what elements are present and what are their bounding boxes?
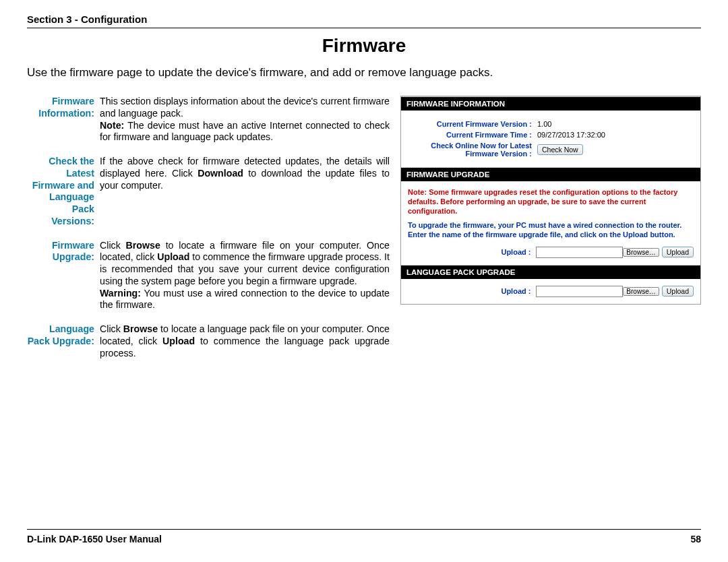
section-header: Section 3 - Configuration <box>27 13 701 28</box>
page-title: Firmware <box>27 35 701 57</box>
firmware-upgrade-body: Note: Some firmware upgrades reset the c… <box>401 181 700 265</box>
bold: Upload <box>157 251 189 262</box>
top-rule <box>27 28 701 28</box>
check-online-label: Check Online Now for Latest Firmware Ver… <box>408 142 535 158</box>
firmware-upgrade-warning: Note: Some firmware upgrades reset the c… <box>408 188 694 216</box>
upload-language-pack-button[interactable]: Upload <box>662 286 694 296</box>
bottom-rule <box>27 529 701 530</box>
def-label: Language Pack Upgrade: <box>27 323 100 359</box>
check-now-button[interactable]: Check Now <box>537 144 583 155</box>
upload-label: Upload : <box>408 287 533 295</box>
def-body: Click Browse to locate a firmware file o… <box>100 240 390 312</box>
section-head-firmware-info: FIRMWARE INFORMATION <box>401 96 700 111</box>
footer-manual-title: D-Link DAP-1650 User Manual <box>27 534 162 544</box>
text: Click <box>100 240 126 251</box>
section-head-firmware-upgrade: FIRMWARE UPGRADE <box>401 167 700 181</box>
intro-text: Use the firmware page to update the devi… <box>27 66 701 80</box>
current-firmware-time-value: 09/27/2013 17:32:00 <box>535 131 605 139</box>
router-admin-panel: FIRMWARE INFORMATION Current Firmware Ve… <box>400 96 701 305</box>
def-body: This section displays information about … <box>100 96 390 144</box>
upload-firmware-button[interactable]: Upload <box>662 247 694 257</box>
bold: Browse <box>123 323 158 334</box>
upload-label: Upload : <box>408 248 533 256</box>
footer-page-number: 58 <box>690 534 701 544</box>
def-check-latest: Check the Latest Firmware and Language P… <box>27 156 390 228</box>
text: Click <box>100 323 123 334</box>
def-firmware-information: Firmware Information: This section displ… <box>27 96 390 144</box>
def-label: Check the Latest Firmware and Language P… <box>27 156 100 228</box>
firmware-info-body: Current Firmware Version : 1.00 Current … <box>401 111 700 167</box>
current-firmware-version-value: 1.00 <box>535 120 551 128</box>
bold: Upload <box>162 336 195 346</box>
bold: Browse <box>126 240 160 251</box>
current-firmware-version-label: Current Firmware Version : <box>408 120 535 128</box>
def-firmware-upgrade: Firmware Upgrade: Click Browse to locate… <box>27 240 390 312</box>
browse-language-pack-button[interactable]: Browse… <box>623 287 659 296</box>
firmware-upgrade-instructions: To upgrade the firmware, your PC must ha… <box>408 221 694 240</box>
warning-body: You must use a wired connection to the d… <box>100 288 390 311</box>
language-pack-upgrade-body: Upload : Browse… Upload <box>401 279 700 304</box>
bold: Download <box>198 168 243 179</box>
def-body: Click Browse to locate a language pack f… <box>100 323 390 359</box>
def-label: Firmware Upgrade: <box>27 240 100 312</box>
definitions-column: Firmware Information: This section displ… <box>27 96 390 371</box>
section-head-language-pack-upgrade: LANGUAGE PACK UPGRADE <box>401 265 700 279</box>
current-firmware-time-label: Current Firmware Time : <box>408 131 535 139</box>
def-language-pack-upgrade: Language Pack Upgrade: Click Browse to l… <box>27 323 390 359</box>
language-pack-file-input[interactable] <box>536 286 623 297</box>
note-label: Note: <box>100 120 124 131</box>
firmware-file-input[interactable] <box>536 247 623 258</box>
page-footer: D-Link DAP-1650 User Manual 58 <box>27 529 701 544</box>
note-body: The device must have an active Internet … <box>100 120 390 143</box>
def-label: Firmware Information: <box>27 96 100 144</box>
browse-firmware-button[interactable]: Browse… <box>623 248 659 257</box>
text: This section displays information about … <box>100 96 390 119</box>
warning-label: Warning: <box>100 288 141 299</box>
def-body: If the above check for firmware detected… <box>100 156 390 228</box>
